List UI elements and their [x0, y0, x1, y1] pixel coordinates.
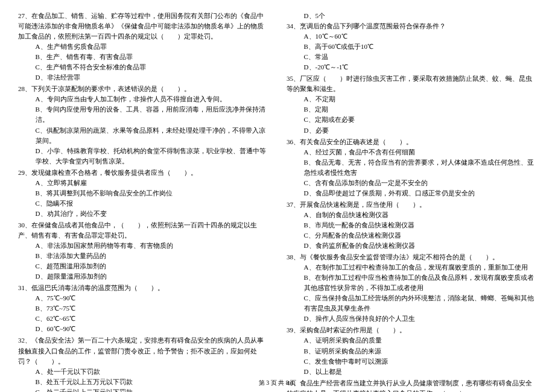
q31-text: 31、低温巴氏消毒法消毒的温度范围为（ ）。: [18, 283, 268, 293]
q31-opt-d: D、60℃~90℃: [18, 324, 268, 334]
question-38: 38、与《餐饮服务食品安全监督管理办法》规定不相符合的是（ ）。 A、在制作加工…: [287, 252, 537, 324]
q30-opt-c: C、超范围滥用添加剂的: [18, 261, 268, 271]
q37-opt-d: D、食药监所配备的食品快速检测仪器: [287, 241, 537, 251]
question-31: 31、低温巴氏消毒法消毒的温度范围为（ ）。 A、75℃~90℃ B、73℃~7…: [18, 283, 268, 334]
q34-opt-c: C、常温: [287, 52, 537, 62]
question-29: 29、发现健康检查不合格者，餐饮服务提供者应当（ ）。 A、立即将其解雇 B、将…: [18, 168, 268, 219]
q38-opt-c: C、应当保持食品加工经营场所的内外环境整洁，消除老鼠、蟑螂、苍蝇和其他有害昆虫及…: [287, 293, 537, 314]
q28-opt-a: A、专间内应当由专人加工制作，非操作人员不得擅自进入专间。: [18, 94, 268, 104]
q36-opt-c: C、含有食品添加剂的食品一定是不安全的: [287, 178, 537, 188]
question-36: 36、有关食品安全的正确表述是（ ）。 A、经过灭菌，食品中不含有任何细菌 B、…: [287, 137, 537, 198]
q39-opt-c: C、发生食物中毒时可以溯源: [287, 356, 537, 367]
q38-opt-b: B、在制作加工过程中应当检查待加工的食品及食品原料，发现有腐败变质或者其他感官性…: [287, 273, 537, 293]
q36-opt-a: A、经过灭菌，食品中不含有任何细菌: [287, 147, 537, 157]
q37-text: 37、开展食品快速检测是，应当使用（ ）。: [287, 200, 537, 210]
q31-opt-a: A、75℃~90℃: [18, 293, 268, 303]
left-column: 27、在食品加工、销售、运输、贮存等过程中，使用国务院有关部门公布的《食品中可能…: [18, 11, 268, 392]
q34-opt-d: D、-20℃～-1℃: [287, 62, 537, 72]
q30-opt-b: B、非法添加大量药品的: [18, 251, 268, 261]
question-34: 34、烹调后的食品下列哪个温度范围最符合保存条件？ A、10℃～60℃ B、高于…: [287, 21, 537, 72]
q27-opt-b: B、生产、销售有毒、有害食品罪: [18, 52, 268, 62]
question-39: 39、采购食品时索证的作用是（ ）。 A、证明所采购食品的质量 B、证明所采购食…: [287, 325, 537, 376]
q39-opt-a: A、证明所采购食品的质量: [287, 335, 537, 346]
q36-opt-d: D、食品即使超过了保质期，外有观、口感正常仍是安全的: [287, 188, 537, 198]
q36-text: 36、有关食品安全的正确表述是（ ）。: [287, 137, 537, 147]
q37-opt-b: B、市局统一配备的食品快速检测仪器: [287, 220, 537, 230]
q27-opt-d: D、非法经营罪: [18, 72, 268, 83]
q35-opt-b: B、定期: [287, 104, 537, 115]
q35-text: 35、厂区应（ ）时进行除虫灭害工作，要采取有效措施防止鼠类、蚊、蝇、昆虫等的聚…: [287, 74, 537, 94]
q35-opt-a: A、不定期: [287, 94, 537, 104]
question-35: 35、厂区应（ ）时进行除虫灭害工作，要采取有效措施防止鼠类、蚊、蝇、昆虫等的聚…: [287, 74, 537, 135]
q39-text: 39、采购食品时索证的作用是（ ）。: [287, 325, 537, 335]
q35-opt-c: C、定期或在必要: [287, 115, 537, 125]
question-37: 37、开展食品快速检测是，应当使用（ ）。 A、自制的食品快速检测仪器 B、市局…: [287, 200, 537, 251]
q35-opt-d: D、必要: [287, 125, 537, 136]
q28-opt-c: C、供配制凉菜用的蔬菜、水果等食品原料，未经处理处理干净的，不得带入凉菜间。: [18, 125, 268, 146]
right-column: D、5个 34、烹调后的食品下列哪个温度范围最符合保存条件？ A、10℃～60℃…: [287, 11, 537, 392]
q29-text: 29、发现健康检查不合格者，餐饮服务提供者应当（ ）。: [18, 168, 268, 178]
q29-opt-b: B、将其调整到其他不影响食品安全的工作岗位: [18, 188, 268, 198]
q27-text: 27、在食品加工、销售、运输、贮存等过程中，使用国务院有关部门公布的《食品中可能…: [18, 11, 268, 42]
q28-opt-b: B、专间内应使用专用的设备、工具、容器，用前应消毒，用后应洗净并保持清洁。: [18, 104, 268, 125]
q32-opt-c: C、处二千元以上二万元以下罚款: [18, 387, 268, 392]
page-footer: 第 3 页 共 8 页: [0, 379, 555, 387]
q37-opt-c: C、分局配备的食品快速检测仪器: [287, 230, 537, 241]
q34-text: 34、烹调后的食品下列哪个温度范围最符合保存条件？: [287, 21, 537, 31]
q31-opt-b: B、73℃~75℃: [18, 303, 268, 314]
question-30: 30、在保健食品或者其他食品中，（ ），依照刑法第一百四十四条的规定以生产、销售…: [18, 220, 268, 282]
q39-opt-d: D、以上都是: [287, 367, 537, 377]
q29-opt-a: A、立即将其解雇: [18, 178, 268, 188]
q38-text: 38、与《餐饮服务食品安全监督管理办法》规定不相符合的是（ ）。: [287, 252, 537, 262]
q30-opt-d: D、超限量滥用添加剂的: [18, 271, 268, 282]
q28-opt-d: D、小学、特殊教育学校、托幼机构的食堂不得制售凉菜，职业学校、普通中等学校、大学…: [18, 146, 268, 166]
q30-text: 30、在保健食品或者其他食品中，（ ），依照刑法第一百四十四条的规定以生产、销售…: [18, 220, 268, 241]
q33-opt-d: D、5个: [287, 11, 537, 21]
q34-opt-b: B、高于60℃或低于10℃: [287, 42, 537, 52]
q29-opt-d: D、劝其治疗，岗位不变: [18, 209, 268, 219]
q37-opt-a: A、自制的食品快速检测仪器: [287, 210, 537, 220]
q36-opt-b: B、食品无毒、无害，符合应当有的营养要求，对人体健康不造成任何急性、亚急性或者慢…: [287, 157, 537, 178]
q30-opt-a: A、非法添加国家禁用药物等有毒、有害物质的: [18, 241, 268, 251]
question-27: 27、在食品加工、销售、运输、贮存等过程中，使用国务院有关部门公布的《食品中可能…: [18, 11, 268, 83]
q28-text: 28、下列关于凉菜配制的要求中，表述错误的是（ ）。: [18, 84, 268, 94]
q38-opt-a: A、在制作加工过程中检查待加工的食品，发现有腐败变质的，重新加工使用: [287, 262, 537, 273]
question-28: 28、下列关于凉菜配制的要求中，表述错误的是（ ）。 A、专间内应当由专人加工制…: [18, 84, 268, 166]
exam-page: 27、在食品加工、销售、运输、贮存等过程中，使用国务院有关部门公布的《食品中可能…: [0, 0, 555, 392]
q27-opt-c: C、生产销售不符合安全标准的食品罪: [18, 62, 268, 72]
q39-opt-b: B、证明所采购食品的来源: [287, 346, 537, 356]
q32-opt-a: A、处一千元以下罚款: [18, 367, 268, 377]
q32-text: 32、《食品安全法》第一百二十六条规定，安排患有有碍食品安全的疾病的人员从事接触…: [18, 335, 268, 366]
q34-opt-a: A、10℃～60℃: [287, 31, 537, 42]
q38-opt-d: D、操作人员应当保持良好的个人卫生: [287, 314, 537, 324]
q29-opt-c: C、隐瞒不报: [18, 198, 268, 209]
q27-opt-a: A、生产销售劣质食品罪: [18, 42, 268, 52]
q31-opt-c: C、62℃~65℃: [18, 314, 268, 324]
